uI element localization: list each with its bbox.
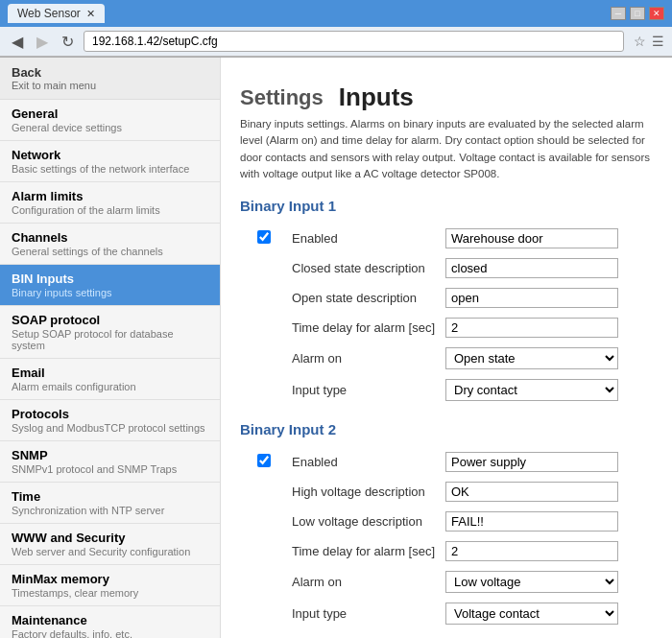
back-button[interactable]: ◀: [8, 33, 27, 51]
binary1-closed-desc-label: Closed state description: [288, 253, 442, 283]
binary1-delay-input[interactable]: [445, 318, 618, 338]
binary2-alarm-on-row: Alarm on High voltage Low voltage: [240, 566, 653, 598]
main-content: Settings Inputs Binary inputs settings. …: [221, 58, 672, 638]
maximize-button[interactable]: □: [630, 7, 645, 20]
back-label: Back: [12, 65, 208, 80]
address-bar[interactable]: [84, 31, 624, 52]
binary1-closed-desc-row: Closed state description: [240, 253, 653, 283]
binary1-section-title: Binary Input 1: [240, 198, 653, 214]
sidebar-item-network[interactable]: Network Basic settings of the network in…: [0, 141, 220, 182]
forward-button[interactable]: ▶: [33, 33, 52, 51]
binary1-alarm-on-select[interactable]: Open state Closed state: [445, 347, 618, 369]
binary2-name-input[interactable]: [445, 452, 618, 472]
tab-close-icon[interactable]: ✕: [86, 8, 95, 20]
back-sublabel: Exit to main menu: [12, 80, 208, 91]
binary2-high-voltage-input[interactable]: [445, 482, 618, 502]
sidebar-item-maintenance[interactable]: Maintenance Factory defaults, info, etc.: [0, 606, 220, 638]
page-title: Inputs: [339, 83, 414, 112]
binary2-low-voltage-label: Low voltage description: [288, 507, 442, 536]
binary2-enabled-row: Enabled: [240, 447, 653, 477]
binary2-alarm-on-label: Alarm on: [288, 566, 442, 598]
binary1-open-desc-label: Open state description: [288, 283, 442, 313]
binary2-delay-row: Time delay for alarm [sec]: [240, 536, 653, 566]
binary2-input-type-row: Input type Dry contact Voltage contact: [240, 598, 653, 629]
sidebar-item-www-security[interactable]: WWW and Security Web server and Security…: [0, 524, 220, 565]
binary2-enabled-checkbox[interactable]: [257, 454, 271, 467]
menu-icon[interactable]: ☰: [652, 34, 664, 49]
binary1-enabled-checkbox[interactable]: [257, 230, 271, 244]
binary1-delay-row: Time delay for alarm [sec]: [240, 313, 653, 343]
binary2-enabled-label: Enabled: [288, 447, 442, 477]
settings-heading: Settings: [240, 85, 324, 110]
binary2-input-type-label: Input type: [288, 598, 442, 629]
binary1-input-type-row: Input type Dry contact Voltage contact: [240, 374, 653, 406]
sidebar-item-channels[interactable]: Channels General settings of the channel…: [0, 224, 220, 265]
tab-label: Web Sensor: [17, 7, 81, 20]
binary1-form: Enabled Closed state description Open st…: [240, 224, 653, 406]
sidebar-item-bin-inputs[interactable]: BIN Inputs Binary inputs settings: [0, 265, 220, 306]
binary1-enabled-label: Enabled: [288, 224, 442, 253]
page-description: Binary inputs settings. Alarms on binary…: [240, 116, 653, 182]
minimize-button[interactable]: ─: [611, 7, 626, 20]
sidebar-item-email[interactable]: Email Alarm emails configuration: [0, 359, 220, 400]
binary2-alarm-on-select[interactable]: High voltage Low voltage: [445, 571, 618, 593]
sidebar-item-protocols[interactable]: Protocols Syslog and ModbusTCP protocol …: [0, 400, 220, 441]
browser-tab[interactable]: Web Sensor ✕: [8, 4, 105, 23]
binary1-open-desc-input[interactable]: [445, 288, 618, 308]
sidebar-item-snmp[interactable]: SNMP SNMPv1 protocol and SNMP Traps: [0, 441, 220, 483]
binary1-alarm-on-row: Alarm on Open state Closed state: [240, 343, 653, 374]
sidebar-item-minmax[interactable]: MinMax memory Timestamps, clear memory: [0, 565, 220, 606]
binary2-high-voltage-row: High voltage description: [240, 477, 653, 507]
binary1-open-desc-row: Open state description: [240, 283, 653, 313]
binary2-input-type-select[interactable]: Dry contact Voltage contact: [445, 603, 618, 625]
star-icon[interactable]: ☆: [634, 34, 646, 49]
binary1-alarm-on-label: Alarm on: [288, 343, 442, 374]
binary2-form: Enabled High voltage description Low vol…: [240, 447, 653, 629]
binary1-name-input[interactable]: [445, 228, 618, 248]
sidebar: Back Exit to main menu General General d…: [0, 58, 221, 638]
binary2-high-voltage-label: High voltage description: [288, 477, 442, 507]
binary2-delay-label: Time delay for alarm [sec]: [288, 536, 442, 566]
binary1-closed-desc-input[interactable]: [445, 258, 618, 278]
binary2-delay-input[interactable]: [445, 541, 618, 561]
close-button[interactable]: ✕: [649, 7, 664, 20]
binary2-low-voltage-input[interactable]: [445, 511, 618, 532]
binary1-enabled-row: Enabled: [240, 224, 653, 253]
sidebar-item-alarm-limits[interactable]: Alarm limits Configuration of the alarm …: [0, 182, 220, 224]
sidebar-item-soap[interactable]: SOAP protocol Setup SOAP protocol for da…: [0, 306, 220, 359]
sidebar-item-general[interactable]: General General device settings: [0, 100, 220, 141]
sidebar-back[interactable]: Back Exit to main menu: [0, 58, 220, 100]
binary1-input-type-select[interactable]: Dry contact Voltage contact: [445, 379, 618, 401]
binary1-delay-label: Time delay for alarm [sec]: [288, 313, 442, 343]
reload-button[interactable]: ↻: [58, 33, 78, 51]
binary2-low-voltage-row: Low voltage description: [240, 507, 653, 536]
sidebar-item-time[interactable]: Time Synchronization with NTP server: [0, 483, 220, 524]
binary1-input-type-label: Input type: [288, 374, 442, 406]
binary2-section-title: Binary Input 2: [240, 421, 653, 437]
